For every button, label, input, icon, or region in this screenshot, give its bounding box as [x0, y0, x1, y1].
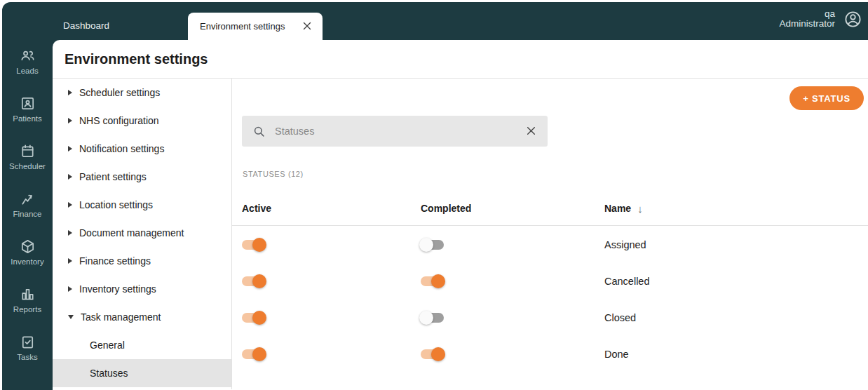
page-title: Environment settings	[65, 51, 208, 67]
status-name: Cancelled	[604, 276, 868, 287]
page-header: Environment settings	[53, 40, 868, 79]
status-row: Closed	[232, 300, 868, 336]
add-status-button[interactable]: + STATUS	[789, 86, 864, 110]
active-toggle[interactable]	[242, 240, 265, 250]
header-completed: Completed	[421, 203, 604, 214]
close-tab-icon[interactable]	[302, 21, 313, 32]
chevron-right-icon	[68, 174, 72, 180]
bar-chart-icon	[20, 286, 36, 302]
active-toggle[interactable]	[242, 313, 265, 323]
tree-item-finance-settings[interactable]: Finance settings	[53, 247, 231, 275]
sidebar-item-scheduler[interactable]: Scheduler	[2, 133, 53, 180]
people-icon	[20, 48, 36, 64]
header-name[interactable]: Name ↓	[604, 203, 868, 215]
cube-icon	[20, 238, 36, 255]
tree-item-label: Scheduler settings	[79, 87, 160, 98]
user-name-line1: qa	[779, 9, 835, 19]
tree-item-label: Task management	[81, 311, 161, 323]
active-toggle[interactable]	[242, 276, 265, 286]
toggle-thumb	[252, 274, 266, 288]
tree-item-nhs-configuration[interactable]: NHS configuration	[53, 107, 231, 135]
tree-item-label: Document management	[79, 227, 184, 238]
chevron-right-icon	[68, 90, 72, 95]
sidebar-item-reports[interactable]: Reports	[2, 276, 53, 323]
user-name-line2: Administrator	[779, 19, 835, 29]
settings-tree: Scheduler settings NHS configuration Not…	[53, 79, 232, 389]
clipboard-check-icon	[20, 334, 36, 350]
toggle-thumb	[431, 347, 445, 361]
top-bar: Dashboard Environment settings qa Admini…	[53, 2, 868, 40]
status-name: Closed	[604, 312, 868, 323]
tree-item-label: Finance settings	[79, 255, 151, 267]
sidebar-item-label: Reports	[13, 305, 41, 314]
clear-search-icon[interactable]	[526, 126, 537, 137]
toggle-thumb	[431, 274, 445, 288]
chevron-right-icon	[68, 230, 72, 236]
header-active: Active	[232, 203, 421, 214]
user-block: qa Administrator	[779, 9, 862, 29]
app-window: Leads Patients Scheduler	[0, 0, 868, 390]
table-header-row: Active Completed Name ↓	[232, 191, 868, 226]
calendar-icon	[20, 143, 36, 159]
tree-item-label: Patient settings	[79, 171, 147, 182]
sidebar-item-label: Finance	[13, 210, 42, 218]
tab-dashboard[interactable]: Dashboard	[63, 20, 109, 31]
sidebar-item-label: Tasks	[17, 353, 37, 361]
chevron-right-icon	[68, 202, 72, 208]
search-input[interactable]	[275, 126, 517, 137]
trend-chart-icon	[20, 191, 36, 207]
tree-item-label: Location settings	[79, 199, 153, 210]
tree-item-patient-settings[interactable]: Patient settings	[53, 163, 231, 191]
toggle-thumb	[252, 238, 266, 252]
main-sidebar: Leads Patients Scheduler	[2, 2, 53, 390]
tree-item-inventory-settings[interactable]: Inventory settings	[53, 275, 231, 303]
chevron-right-icon	[68, 118, 72, 123]
tree-item-document-management[interactable]: Document management	[53, 219, 231, 247]
sidebar-item-inventory[interactable]: Inventory	[2, 228, 53, 276]
sidebar-item-patients[interactable]: Patients	[2, 85, 53, 133]
chevron-right-icon	[68, 286, 72, 292]
status-row: Assigned	[232, 227, 868, 263]
search-icon	[252, 125, 266, 138]
active-toggle[interactable]	[242, 349, 265, 359]
tree-item-statuses[interactable]: Statuses	[53, 359, 231, 387]
tree-item-location-settings[interactable]: Location settings	[53, 191, 231, 219]
search-bar	[242, 116, 548, 147]
content-area: Environment settings Scheduler settings …	[53, 40, 868, 390]
completed-toggle[interactable]	[421, 313, 444, 323]
sort-descending-icon[interactable]: ↓	[637, 203, 643, 215]
toggle-thumb	[419, 311, 433, 325]
content-body: Scheduler settings NHS configuration Not…	[53, 79, 868, 389]
tree-item-task-management[interactable]: Task management	[53, 303, 231, 331]
header-name-label: Name	[604, 203, 631, 214]
statuses-panel: + STATUS	[232, 79, 868, 389]
tab-environment-settings[interactable]: Environment settings	[188, 13, 323, 40]
completed-toggle[interactable]	[421, 240, 444, 250]
tree-item-label: Notification settings	[79, 143, 164, 154]
sidebar-item-leads[interactable]: Leads	[2, 37, 53, 85]
completed-toggle[interactable]	[421, 349, 444, 359]
completed-toggle[interactable]	[421, 276, 444, 286]
patient-card-icon	[20, 95, 36, 112]
sidebar-item-finance[interactable]: Finance	[2, 180, 53, 228]
tree-item-notification-settings[interactable]: Notification settings	[53, 135, 231, 163]
statuses-table-body: Assigned Cancelled Closed	[232, 227, 868, 372]
sidebar-item-label: Leads	[16, 67, 38, 75]
toggle-thumb	[252, 347, 266, 361]
sidebar-item-label: Patients	[13, 114, 42, 123]
toggle-thumb	[252, 311, 266, 325]
tree-item-label: NHS configuration	[79, 115, 159, 126]
tree-item-label: General	[90, 339, 125, 351]
tree-item-general[interactable]: General	[53, 331, 231, 359]
toggle-thumb	[419, 238, 433, 252]
tree-item-scheduler-settings[interactable]: Scheduler settings	[53, 79, 231, 107]
sidebar-item-label: Inventory	[11, 257, 43, 266]
sidebar-item-label: Scheduler	[9, 162, 46, 170]
chevron-down-icon	[68, 315, 74, 319]
status-row: Done	[232, 336, 868, 372]
user-avatar-icon[interactable]	[843, 10, 862, 29]
sidebar-item-tasks[interactable]: Tasks	[2, 323, 53, 371]
tab-label: Environment settings	[200, 21, 302, 32]
status-name: Assigned	[604, 239, 868, 250]
tree-item-label: Statuses	[90, 368, 128, 379]
